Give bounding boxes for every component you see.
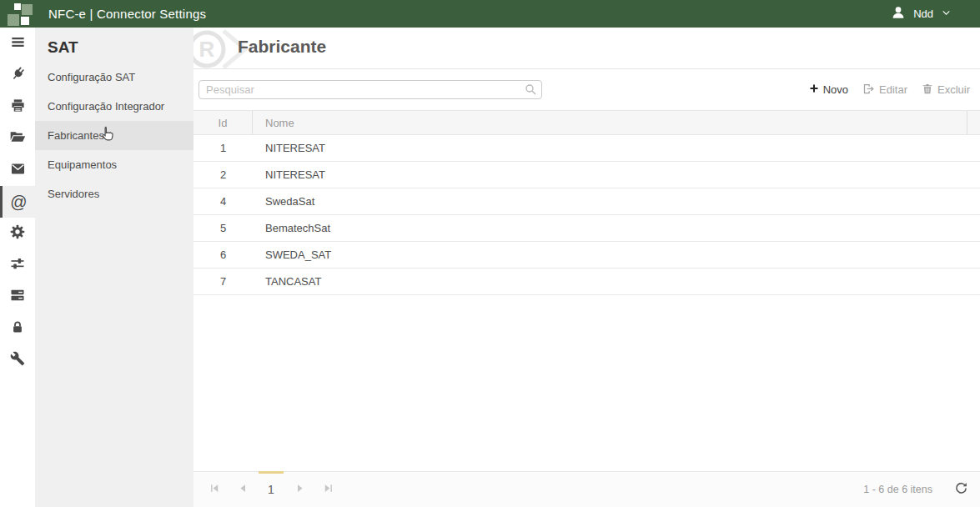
cell-nome: NITERESAT <box>253 142 980 154</box>
search-input[interactable] <box>199 80 542 99</box>
refresh-icon <box>954 481 968 499</box>
icon-rail: @ <box>0 28 35 507</box>
app-logo <box>0 0 35 28</box>
nav-item-at-active[interactable]: @ <box>0 186 35 218</box>
sidebar-title: SAT <box>35 28 193 63</box>
table-row[interactable]: 7 TANCASAT <box>193 269 980 295</box>
nav-item-mail[interactable] <box>0 154 35 186</box>
grid-header-row: Id Nome <box>193 110 980 135</box>
plug-icon <box>10 66 26 85</box>
table-row[interactable]: 1 NITERESAT <box>193 135 980 162</box>
grid-toolbar: Novo Editar Excluir <box>193 70 980 109</box>
pager-right: 1 - 6 de 6 itens <box>863 481 968 499</box>
grid-header-spacer <box>967 111 980 134</box>
nav-item-sliders[interactable] <box>0 249 35 281</box>
sidebar-item-configuracao-sat[interactable]: Configuração SAT <box>35 63 193 92</box>
page-header: R Fabricante <box>193 28 980 69</box>
user-menu[interactable]: Ndd <box>891 5 980 23</box>
sidebar-item-label: Servidores <box>48 188 99 200</box>
logo-square <box>21 17 29 25</box>
nav-item-server[interactable] <box>0 281 35 313</box>
column-header-id[interactable]: Id <box>193 111 253 134</box>
user-name: Ndd <box>913 8 933 20</box>
sidebar-item-label: Equipamentos <box>48 158 117 171</box>
data-grid: Id Nome 1 NITERESAT 2 NITERESAT 4 SwedaS… <box>193 110 980 295</box>
action-buttons: Novo Editar Excluir <box>809 83 970 98</box>
delete-button-label: Excluir <box>937 83 970 96</box>
cell-id: 1 <box>193 142 253 154</box>
cell-id: 6 <box>193 248 253 261</box>
envelope-icon <box>10 161 26 180</box>
gear-icon <box>9 223 26 243</box>
pager-page-1[interactable]: 1 <box>257 472 285 507</box>
sidebar-item-label: Fabricantes <box>48 129 104 142</box>
menu-icon <box>10 34 26 53</box>
edit-icon <box>862 83 875 98</box>
nav-menu-button[interactable] <box>0 28 35 59</box>
app-window: NFC-e | Connector Settings Ndd @ <box>0 0 980 507</box>
nav-item-folder[interactable] <box>0 123 35 154</box>
nav-item-security[interactable] <box>0 313 35 344</box>
cell-nome: NITERESAT <box>253 168 980 181</box>
search-box <box>199 80 542 99</box>
cell-id: 4 <box>193 195 253 208</box>
table-row[interactable]: 5 BematechSat <box>193 215 980 242</box>
folder-open-icon <box>9 128 26 148</box>
cell-id: 7 <box>193 275 253 288</box>
sliders-icon <box>9 255 26 275</box>
next-page-icon <box>294 482 306 498</box>
logo-square <box>8 14 19 26</box>
first-page-icon <box>209 482 221 498</box>
sidebar-item-label: Configuração Integrador <box>48 100 164 113</box>
new-button[interactable]: Novo <box>809 83 848 96</box>
page-title: Fabricante <box>238 37 326 57</box>
nav-item-printer[interactable] <box>0 91 35 123</box>
chevron-down-icon <box>941 7 952 22</box>
logo-square <box>14 3 21 10</box>
refresh-button[interactable] <box>954 481 968 499</box>
sidebar-item-label: Configuração SAT <box>48 71 135 83</box>
current-page-indicator <box>259 471 284 474</box>
sidebar-item-fabricantes[interactable]: Fabricantes <box>35 121 193 150</box>
edit-button-label: Editar <box>879 83 907 96</box>
sidebar-item-equipamentos[interactable]: Equipamentos <box>35 150 193 179</box>
plus-icon <box>809 83 819 96</box>
sidebar-item-configuracao-integrador[interactable]: Configuração Integrador <box>35 92 193 121</box>
cell-nome: BematechSat <box>253 222 980 234</box>
pager-first-button[interactable] <box>200 478 229 501</box>
last-page-icon <box>322 482 334 498</box>
table-row[interactable]: 2 NITERESAT <box>193 162 980 188</box>
app-title: NFC-e | Connector Settings <box>48 7 206 21</box>
main-content: R Fabricante Novo Editar <box>193 28 980 507</box>
delete-button[interactable]: Excluir <box>922 83 970 98</box>
sidebar: SAT Configuração SAT Configuração Integr… <box>35 28 193 507</box>
cell-id: 5 <box>193 222 253 234</box>
new-button-label: Novo <box>823 83 848 96</box>
table-row[interactable]: 4 SwedaSat <box>193 188 980 215</box>
at-sign-icon: @ <box>10 193 27 210</box>
sidebar-item-servidores[interactable]: Servidores <box>35 179 193 208</box>
edit-button[interactable]: Editar <box>862 83 907 98</box>
cell-nome: SwedaSat <box>253 195 980 208</box>
nav-item-tools[interactable] <box>0 344 35 376</box>
logo-square <box>22 4 33 15</box>
current-page-number: 1 <box>268 483 274 496</box>
pager-next-button[interactable] <box>285 478 314 501</box>
user-icon <box>891 5 906 23</box>
cell-id: 2 <box>193 168 253 181</box>
printer-icon <box>10 98 26 117</box>
nav-item-settings[interactable] <box>0 218 35 249</box>
table-row[interactable]: 6 SWEDA_SAT <box>193 242 980 269</box>
lock-icon <box>10 319 25 338</box>
prev-page-icon <box>237 482 249 498</box>
pager: 1 1 - 6 de 6 itens <box>193 471 980 507</box>
cell-nome: SWEDA_SAT <box>253 248 980 261</box>
pager-prev-button[interactable] <box>229 478 257 501</box>
pager-last-button[interactable] <box>314 478 342 501</box>
topbar: NFC-e | Connector Settings Ndd <box>0 0 980 28</box>
server-icon <box>9 287 26 307</box>
pager-info: 1 - 6 de 6 itens <box>863 484 932 495</box>
column-header-nome[interactable]: Nome <box>253 111 967 134</box>
search-icon <box>524 83 537 99</box>
nav-item-plug[interactable] <box>0 59 35 91</box>
